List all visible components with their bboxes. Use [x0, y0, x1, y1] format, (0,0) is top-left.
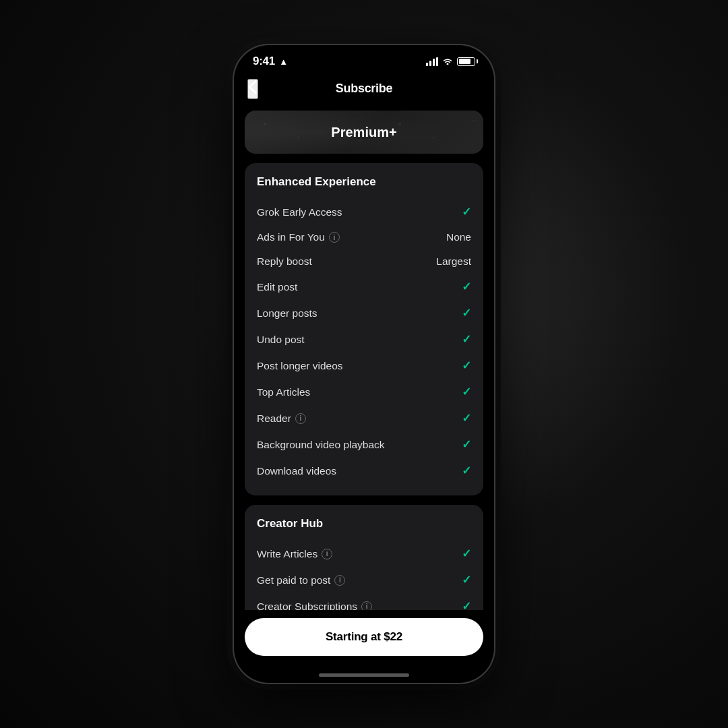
feature-value: None: [446, 231, 471, 243]
volume-up-button: [233, 119, 234, 145]
feature-label: Write Articles: [257, 548, 317, 560]
feature-write-articles: Write Articles i ✓: [257, 541, 471, 566]
check-icon: ✓: [462, 411, 471, 425]
home-indicator: [234, 667, 494, 683]
feature-label: Longer posts: [257, 307, 317, 320]
check-icon: ✓: [462, 359, 471, 373]
feature-label: Ads in For You: [257, 231, 325, 243]
feature-top-articles: Top Articles ✓: [257, 380, 471, 404]
feature-post-longer-videos: Post longer videos ✓: [257, 353, 471, 378]
feature-background-video-playback: Background video playback ✓: [257, 432, 471, 457]
creator-hub-section: Creator Hub Write Articles i ✓ Get paid …: [245, 505, 483, 610]
feature-label: Top Articles: [257, 386, 310, 398]
feature-value: Largest: [436, 255, 471, 268]
info-icon[interactable]: i: [329, 232, 340, 243]
scroll-content[interactable]: Premium+ Enhanced Experience Grok Early …: [234, 104, 494, 610]
feature-get-paid-to-post: Get paid to post i ✓: [257, 568, 471, 593]
enhanced-experience-section: Enhanced Experience Grok Early Access ✓ …: [245, 163, 483, 495]
feature-grok-early-access: Grok Early Access ✓: [257, 200, 471, 224]
check-icon: ✓: [462, 205, 471, 219]
check-icon: ✓: [462, 280, 471, 294]
premium-card: Premium+: [245, 111, 483, 154]
feature-label: Creator Subscriptions: [257, 601, 357, 611]
navigation-header: Subscribe: [234, 73, 494, 104]
feature-label: Undo post: [257, 334, 305, 346]
check-icon: ✓: [462, 599, 471, 610]
signal-bars-icon: [426, 57, 438, 66]
feature-label: Get paid to post: [257, 574, 330, 586]
feature-longer-posts: Longer posts ✓: [257, 301, 471, 326]
feature-reply-boost: Reply boost Largest: [257, 250, 471, 273]
feature-label: Post longer videos: [257, 360, 343, 372]
info-icon[interactable]: i: [295, 413, 306, 424]
check-icon: ✓: [462, 332, 471, 346]
feature-edit-post: Edit post ✓: [257, 274, 471, 299]
status-bar: 9:41 ▲: [234, 45, 494, 73]
feature-label: Background video playback: [257, 439, 385, 451]
feature-undo-post: Undo post ✓: [257, 327, 471, 352]
check-icon: ✓: [462, 437, 471, 452]
volume-down-button: [233, 160, 234, 200]
dynamic-island: [353, 53, 375, 61]
check-icon: ✓: [462, 385, 471, 399]
silent-switch: [233, 212, 234, 253]
info-icon[interactable]: i: [361, 601, 372, 611]
check-icon: ✓: [462, 573, 471, 587]
feature-label: Grok Early Access: [257, 206, 342, 218]
check-icon: ✓: [462, 547, 471, 561]
info-icon[interactable]: i: [334, 575, 345, 586]
feature-download-videos: Download videos ✓: [257, 458, 471, 483]
enhanced-experience-title: Enhanced Experience: [257, 175, 471, 189]
subscribe-button[interactable]: Starting at $22: [245, 618, 483, 656]
check-icon: ✓: [462, 464, 471, 478]
wifi-icon: [442, 56, 453, 67]
page-title: Subscribe: [336, 82, 392, 96]
feature-label: Download videos: [257, 465, 336, 477]
check-icon: ✓: [462, 306, 471, 320]
phone-frame: 9:41 ▲: [233, 44, 495, 684]
feature-label: Reply boost: [257, 255, 312, 268]
status-icons: [426, 56, 475, 67]
info-icon[interactable]: i: [322, 549, 332, 559]
feature-creator-subscriptions: Creator Subscriptions i ✓: [257, 594, 471, 610]
creator-hub-title: Creator Hub: [257, 517, 471, 530]
feature-reader: Reader i ✓: [257, 406, 471, 431]
status-time: 9:41 ▲: [253, 55, 288, 68]
home-bar: [319, 673, 409, 677]
feature-label: Reader: [257, 413, 291, 425]
battery-icon: [457, 57, 475, 66]
premium-title: Premium+: [331, 125, 396, 140]
back-button[interactable]: [247, 79, 258, 99]
feature-ads-in-for-you: Ads in For You i None: [257, 226, 471, 249]
feature-label: Edit post: [257, 281, 297, 293]
location-arrow-icon: ▲: [279, 57, 288, 67]
phone-screen: 9:41 ▲: [234, 45, 494, 683]
cta-container: Starting at $22: [234, 610, 494, 667]
